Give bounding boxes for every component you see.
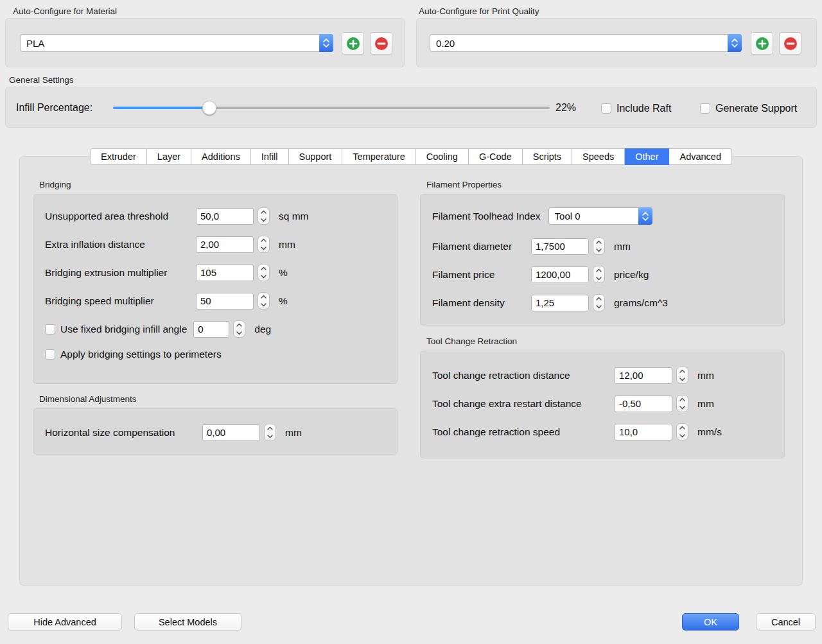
setting-unit: grams/cm^3 (614, 297, 668, 309)
tab-additions[interactable]: Additions (191, 148, 251, 165)
bridging-extrusion-multiplier-label: Bridging extrusion multiplier (45, 267, 196, 279)
quality-selected-value: 0.20 (430, 38, 728, 49)
toolchange-retraction-distance-input[interactable] (615, 367, 672, 384)
tab-extruder[interactable]: Extruder (90, 148, 147, 165)
stepper (233, 320, 245, 338)
chevron-down-icon (679, 378, 685, 381)
add-material-button[interactable] (342, 32, 364, 55)
stepper (593, 294, 605, 311)
apply-bridging-to-perimeters-checkbox[interactable] (45, 349, 55, 360)
stepper-down-button[interactable] (234, 329, 245, 338)
extra-inflation-distance-input[interactable] (196, 236, 254, 253)
tab-cooling[interactable]: Cooling (416, 148, 469, 165)
use-fixed-bridging-infill-angle-checkbox[interactable] (45, 324, 55, 335)
stepper-down-button[interactable] (593, 275, 604, 283)
infill-slider[interactable] (113, 101, 550, 115)
generate-support-checkbox[interactable] (700, 103, 710, 114)
stepper-up-button[interactable] (234, 321, 245, 329)
setting-row: Tool change retraction speed mm/s (432, 423, 774, 440)
stepper-up-button[interactable] (265, 424, 275, 433)
tab-gcode[interactable]: G-Code (469, 148, 523, 165)
stepper-up-button[interactable] (258, 293, 269, 301)
stepper-down-button[interactable] (258, 216, 269, 225)
chevron-up-icon (642, 212, 649, 216)
bridging-section-title: Bridging (39, 180, 398, 189)
material-select[interactable]: PLA (20, 34, 333, 52)
dimensional-section-title: Dimensional Adjustments (39, 394, 398, 404)
stepper-up-button[interactable] (593, 266, 604, 275)
filament-density-input[interactable] (531, 295, 589, 311)
toolchange-retraction-speed-label: Tool change retraction speed (432, 426, 615, 438)
stepper-up-button[interactable] (677, 367, 688, 376)
add-quality-button[interactable] (751, 32, 773, 55)
setting-unit: deg (254, 324, 271, 335)
setting-unit: sq mm (279, 211, 309, 222)
bridging-extrusion-multiplier-input[interactable] (196, 265, 254, 281)
stepper-up-button[interactable] (258, 236, 269, 245)
stepper-down-button[interactable] (677, 376, 688, 384)
tab-layer[interactable]: Layer (147, 148, 191, 165)
setting-row: Filament density grams/cm^3 (432, 294, 774, 311)
chevron-down-icon (731, 44, 738, 48)
filament-diameter-input[interactable] (531, 238, 589, 255)
stepper-up-button[interactable] (677, 396, 688, 404)
stepper-down-button[interactable] (593, 303, 604, 311)
tab-other[interactable]: Other (625, 148, 669, 165)
stepper-down-button[interactable] (258, 301, 269, 309)
tab-support[interactable]: Support (289, 148, 343, 165)
dropdown-arrows (319, 34, 333, 52)
ok-button[interactable]: OK (682, 613, 739, 631)
setting-row: Bridging speed multiplier % (45, 292, 387, 309)
infill-slider-knob[interactable] (202, 101, 216, 115)
hide-advanced-button[interactable]: Hide Advanced (8, 613, 122, 631)
stepper-down-button[interactable] (677, 432, 688, 440)
tab-scripts[interactable]: Scripts (523, 148, 572, 165)
cancel-button[interactable]: Cancel (756, 613, 816, 631)
stepper-up-button[interactable] (677, 424, 688, 432)
unsupported-area-threshold-input[interactable] (196, 208, 254, 225)
setting-unit: mm (279, 239, 295, 250)
toolchange-retraction-speed-input[interactable] (615, 424, 672, 440)
setting-row: Tool change retraction distance mm (432, 367, 774, 384)
filament-density-label: Filament density (432, 297, 531, 309)
chevron-up-icon (596, 297, 602, 300)
toolchange-extra-restart-distance-input[interactable] (615, 396, 672, 412)
horizontal-size-compensation-input[interactable] (202, 424, 260, 441)
setting-row: Extra inflation distance mm (45, 236, 387, 253)
setting-row: Filament Toolhead Index Tool 0 (432, 207, 774, 225)
stepper-down-button[interactable] (677, 404, 688, 412)
chevron-up-icon (679, 369, 685, 373)
include-raft-checkbox[interactable] (601, 103, 611, 114)
filament-price-label: Filament price (432, 269, 531, 281)
tab-temperature[interactable]: Temperature (342, 148, 415, 165)
stepper-down-button[interactable] (258, 273, 269, 281)
chevron-down-icon (236, 331, 242, 335)
stepper-up-button[interactable] (593, 295, 604, 303)
tab-speeds[interactable]: Speeds (572, 148, 625, 165)
chevron-down-icon (323, 44, 329, 48)
remove-material-button[interactable] (370, 32, 392, 55)
tab-advanced[interactable]: Advanced (669, 148, 732, 165)
chevron-down-icon (261, 303, 267, 307)
stepper-down-button[interactable] (258, 245, 269, 253)
setting-row: Apply bridging settings to perimeters (45, 349, 387, 360)
quality-section-title: Auto-Configure for Print Quality (419, 6, 539, 16)
fixed-bridging-infill-angle-input[interactable] (193, 321, 229, 338)
stepper-up-button[interactable] (258, 208, 269, 216)
stepper-up-button[interactable] (258, 265, 269, 273)
stepper-up-button[interactable] (593, 238, 604, 247)
quality-group-box: 0.20 (416, 18, 817, 67)
material-group-box: PLA (5, 18, 405, 67)
remove-quality-button[interactable] (779, 32, 801, 55)
quality-select[interactable]: 0.20 (430, 34, 742, 52)
chevron-up-icon (236, 323, 242, 327)
filament-toolhead-select[interactable]: Tool 0 (548, 207, 652, 225)
tab-infill[interactable]: Infill (251, 148, 289, 165)
stepper-down-button[interactable] (265, 433, 275, 441)
fff-settings-dialog: Auto-Configure for Material PLA Auto-Con… (0, 0, 822, 644)
stepper-down-button[interactable] (593, 247, 604, 255)
bridging-speed-multiplier-input[interactable] (196, 293, 254, 309)
filament-price-input[interactable] (531, 266, 589, 283)
select-models-button[interactable]: Select Models (134, 613, 241, 631)
apply-bridging-to-perimeters-label: Apply bridging settings to perimeters (60, 349, 222, 360)
